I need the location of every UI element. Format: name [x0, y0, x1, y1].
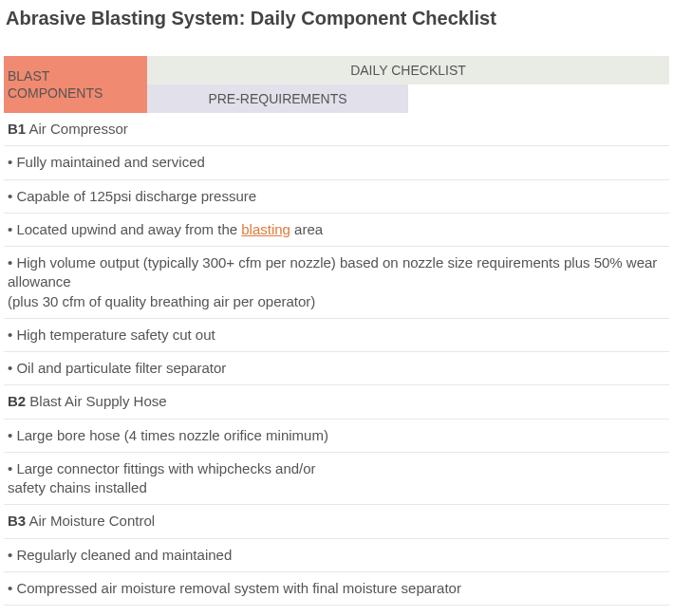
header-table: BLAST COMPONENTS DAILY CHECKLIST PRE-REQ…	[4, 56, 669, 113]
checklist-row: B3 Air Moisture Control	[4, 505, 669, 538]
checklist-row: • Large porting	[4, 606, 669, 616]
row-code: B2	[8, 393, 26, 409]
row-code: B3	[8, 513, 26, 529]
header-gap	[408, 84, 669, 113]
checklist-row: • High temperature safety cut out	[4, 319, 669, 352]
page-title: Abrasive Blasting System: Daily Componen…	[4, 8, 669, 29]
checklist-row: • Regularly cleaned and maintained	[4, 539, 669, 572]
header-pre-requirements: PRE-REQUIREMENTS	[147, 84, 408, 113]
checklist-row: • High volume output (typically 300+ cfm…	[4, 247, 669, 319]
checklist-row: • Fully maintained and serviced	[4, 146, 669, 179]
link-blasting[interactable]: blasting	[241, 221, 290, 237]
checklist-row: • Capable of 125psi discharge pressure	[4, 180, 669, 214]
checklist-row: • Oil and particulate filter separator	[4, 352, 669, 385]
checklist-rows: B1 Air Compressor• Fully maintained and …	[4, 113, 669, 616]
header-daily-checklist: DAILY CHECKLIST	[147, 56, 669, 84]
checklist-row: • Located upwind and away from the blast…	[4, 214, 669, 247]
checklist-row: • Large connector fittings with whipchec…	[4, 453, 669, 506]
checklist-row: B2 Blast Air Supply Hose	[4, 385, 669, 419]
header-blast-components: BLAST COMPONENTS	[4, 56, 147, 113]
checklist-row: • Compressed air moisture removal system…	[4, 572, 669, 606]
checklist-row: • Large bore hose (4 times nozzle orific…	[4, 420, 669, 453]
checklist-row: B1 Air Compressor	[4, 113, 669, 146]
row-code: B1	[8, 121, 26, 137]
